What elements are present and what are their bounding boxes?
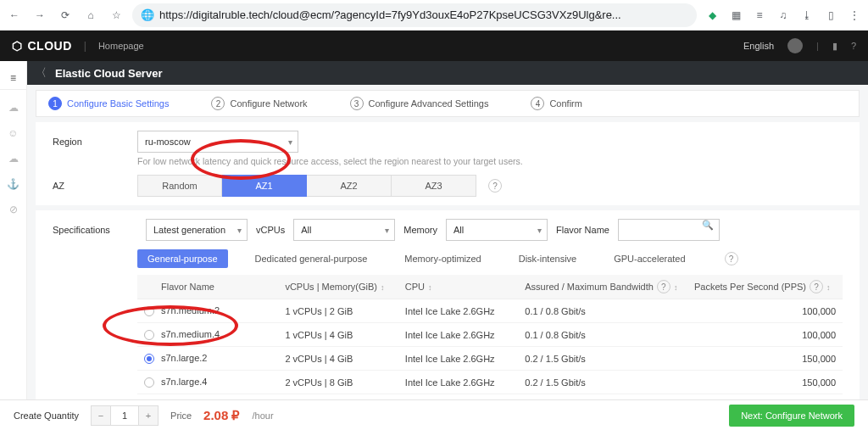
step-network[interactable]: 2 Configure Network [211,97,307,110]
table-row[interactable]: s7n.large.42 vCPUs | 8 GiBIntel Ice Lake… [137,371,843,394]
flavor-search-input[interactable]: 🔍 [618,219,720,241]
generation-select[interactable]: Latest generation [146,219,248,241]
type-tabs: General-purpose Dedicated general-purpos… [137,249,843,268]
step-basic[interactable]: 1 Configure Basic Settings [48,97,169,110]
sort-icon[interactable]: ↕ [826,283,831,292]
vcpu-label: vCPUs [256,225,285,235]
step-advanced[interactable]: 3 Configure Advanced Settings [350,97,489,110]
tab-dedicated[interactable]: Dedicated general-purpose [245,249,378,268]
menu-icon[interactable]: ≡ [0,66,27,90]
download-icon[interactable]: ⭳ [798,7,815,24]
qty-minus[interactable]: − [92,406,110,425]
home-icon[interactable]: ⌂ [81,6,100,25]
az-help-icon[interactable]: ? [488,179,502,193]
cell-vcpu: 2 vCPUs | 4 GiB [278,347,398,371]
forward-icon[interactable]: → [31,6,49,25]
back-icon[interactable]: ← [5,6,24,25]
flavor-name: s7n.medium.4 [161,329,220,339]
logo-icon: ⬡ [12,39,23,53]
step-confirm[interactable]: 4 Confirm [531,97,582,110]
qty-plus[interactable]: + [139,406,158,425]
cell-pps: 150,000 [687,347,843,371]
types-help-icon[interactable]: ? [725,252,738,265]
globe-icon: 🌐 [141,8,154,21]
qty-value[interactable]: 1 [110,406,139,425]
th-bw[interactable]: Assured / Maximum Bandwidth [525,282,654,292]
region-panel: Region ru-moscow For low network latency… [36,122,860,205]
az-3[interactable]: AZ3 [392,175,476,197]
bar-icon[interactable]: ▮ [832,41,837,52]
table-row[interactable]: s7n.large.22 vCPUs | 4 GiBIntel Ice Lake… [137,347,843,371]
th-flavor[interactable]: Flavor Name [161,282,214,292]
panel-icon[interactable]: ▯ [822,7,839,24]
server-icon[interactable]: ☁ [6,151,21,166]
more-icon[interactable]: ⋮ [846,7,863,24]
tab-gpu[interactable]: GPU-accelerated [604,249,695,268]
az-random[interactable]: Random [137,175,222,197]
avatar[interactable] [787,38,803,53]
sort-icon[interactable]: ↕ [428,283,432,292]
cell-bw: 0.2 / 1.5 Gbit/s [518,371,687,394]
pps-help-icon[interactable]: ? [810,280,823,293]
radio-icon[interactable] [144,377,154,388]
az-2[interactable]: AZ2 [307,175,392,197]
radio-icon[interactable] [144,354,154,364]
brand[interactable]: ⬡ CLOUD [12,39,72,53]
users-icon[interactable]: ☺ [6,126,21,141]
flavor-table: Flavor Name vCPUs | Memory(GiB)↕ CPU↕ As… [137,275,843,399]
divider: | [84,40,86,52]
table-row[interactable]: s7n.medium.41 vCPUs | 4 GiBIntel Ice Lak… [137,323,843,347]
th-pps[interactable]: Packets Per Second (PPS) [694,282,806,292]
flavor-name: s7n.large.2 [161,353,207,363]
left-rail: ≡ ☁ ☺ ☁ ⚓ ⊘ [0,61,27,399]
th-cpu[interactable]: CPU [405,282,425,292]
tab-memory[interactable]: Memory-optimized [394,249,491,268]
table-row[interactable]: s7n.medium.21 vCPUs | 2 GiBIntel Ice Lak… [137,299,843,323]
star-icon[interactable]: ☆ [107,6,125,25]
list-icon[interactable]: ≡ [751,7,768,24]
cell-vcpu: 1 vCPUs | 2 GiB [278,299,398,323]
region-select[interactable]: ru-moscow [137,131,298,153]
cell-bw: 0.2 / 1.5 Gbit/s [518,347,687,371]
cell-cpu: Intel Ice Lake 2.6GHz [398,347,518,371]
radio-icon[interactable] [144,306,154,316]
cell-cpu: Intel Ice Lake 2.6GHz [398,323,518,347]
vcpu-select[interactable]: All [293,219,395,241]
wizard-steps: 1 Configure Basic Settings 2 Configure N… [36,90,860,117]
memory-select[interactable]: All [446,219,548,241]
flavor-label: Flavor Name [556,225,609,235]
back-chevron-icon[interactable]: 〈 [36,65,47,81]
qty-stepper[interactable]: − 1 + [91,405,159,426]
az-1[interactable]: AZ1 [222,175,307,197]
brand-text: CLOUD [28,39,72,53]
sort-icon[interactable]: ↕ [381,283,385,292]
cell-pps: 150,000 [687,371,843,394]
cloud-icon[interactable]: ☁ [6,100,21,115]
grid-icon[interactable]: ▦ [727,7,744,24]
header-divider: | [816,41,819,51]
url-bar[interactable]: 🌐 https://digitalruble.tech/cloud@ecm/?a… [132,3,697,27]
anchor-icon[interactable]: ⚓ [6,176,21,192]
tab-general[interactable]: General-purpose [137,249,228,268]
qty-label: Create Quantity [14,410,79,421]
th-vcpu[interactable]: vCPUs | Memory(GiB) [285,282,377,292]
page-title: Elastic Cloud Server [55,67,162,80]
browser-toolbar: ← → ⟳ ⌂ ☆ 🌐 https://digitalruble.tech/cl… [0,0,868,31]
refresh-icon[interactable]: ♫ [775,7,792,24]
cell-cpu: Intel Ice Lake 2.6GHz [398,299,518,323]
next-button[interactable]: Next: Configure Network [729,405,854,427]
bw-help-icon[interactable]: ? [657,280,670,293]
cell-bw: 0.1 / 0.8 Gbit/s [518,323,687,347]
tab-disk[interactable]: Disk-intensive [509,249,587,268]
language-link[interactable]: English [743,41,774,51]
reload-icon[interactable]: ⟳ [56,6,75,25]
check-icon[interactable]: ⊘ [6,202,21,217]
radio-icon[interactable] [144,330,154,340]
shield-icon[interactable]: ◆ [704,7,721,24]
specs-panel: Specifications Latest generation vCPUs A… [36,210,860,399]
help-icon[interactable]: ? [851,41,856,51]
cell-bw: 0.1 / 0.8 Gbit/s [518,299,687,323]
price-label: Price [170,410,192,421]
homepage-link[interactable]: Homepage [98,41,144,51]
sort-icon[interactable]: ↕ [674,283,678,292]
